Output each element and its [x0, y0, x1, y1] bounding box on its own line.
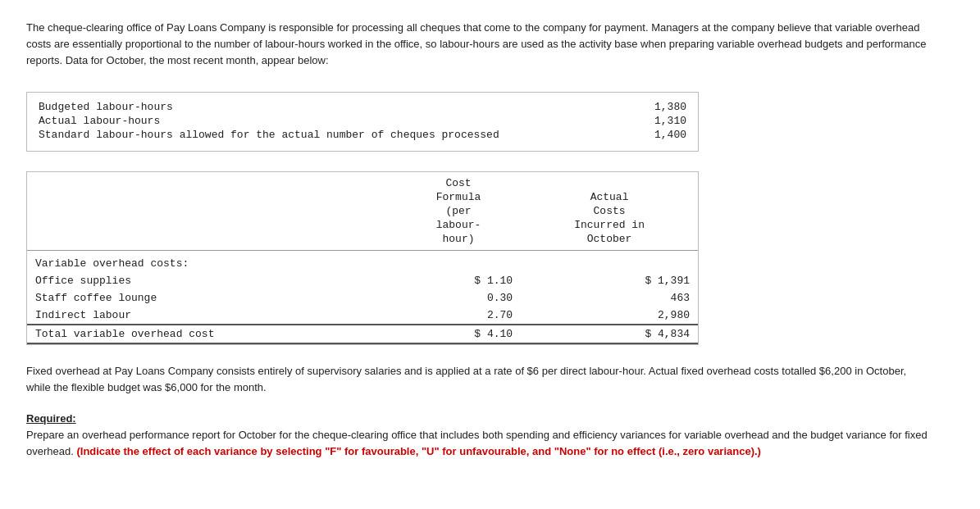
value-standard: 1,400 [621, 129, 686, 141]
label-coffee: Staff coffee lounge [27, 289, 396, 307]
required-block: Required: Prepare an overhead performanc… [26, 411, 928, 460]
table-row-indirect-labour: Indirect labour 2.70 2,980 [27, 307, 698, 325]
table-row-total: Total variable overhead cost $ 4.10 $ 4,… [27, 325, 698, 343]
label-budgeted: Budgeted labour-hours [39, 101, 621, 113]
table-header-row: Cost Formula (per labour- hour) Actual C… [27, 172, 698, 250]
required-section: Required: Prepare an overhead performanc… [26, 411, 928, 460]
value-budgeted: 1,380 [621, 101, 686, 113]
formula-indirect-labour: 2.70 [396, 307, 521, 325]
table-row-coffee: Staff coffee lounge 0.30 463 [27, 289, 698, 307]
col-header-actual: Actual Costs Incurred in October [521, 172, 698, 250]
bottom-paragraph: Fixed overhead at Pay Loans Company cons… [26, 363, 928, 396]
label-office-supplies: Office supplies [27, 272, 396, 289]
formula-office-supplies: $ 1.10 [396, 272, 521, 289]
actual-coffee: 463 [521, 289, 698, 307]
labour-row-budgeted: Budgeted labour-hours 1,380 [39, 101, 686, 113]
required-text2: (Indicate the effect of each variance by… [76, 445, 761, 457]
labour-row-standard: Standard labour-hours allowed for the ac… [39, 129, 686, 141]
intro-paragraph: The cheque-clearing office of Pay Loans … [26, 20, 928, 69]
value-actual: 1,310 [621, 115, 686, 127]
col-header-empty [27, 172, 396, 250]
table-row-office-supplies: Office supplies $ 1.10 $ 1,391 [27, 272, 698, 289]
actual-total: $ 4,834 [521, 325, 698, 343]
col-header-formula: Cost Formula (per labour- hour) [396, 172, 521, 250]
cost-table-wrapper: Cost Formula (per labour- hour) Actual C… [26, 171, 699, 344]
actual-office-supplies: $ 1,391 [521, 272, 698, 289]
formula-total: $ 4.10 [396, 325, 521, 343]
labour-row-actual: Actual labour-hours 1,310 [39, 115, 686, 127]
required-label: Required: [26, 412, 76, 425]
variable-overhead-label: Variable overhead costs: [27, 250, 396, 272]
table-section-header: Variable overhead costs: [27, 250, 698, 272]
label-indirect-labour: Indirect labour [27, 307, 396, 325]
label-actual: Actual labour-hours [39, 115, 621, 127]
label-total: Total variable overhead cost [27, 325, 396, 343]
actual-indirect-labour: 2,980 [521, 307, 698, 325]
labour-hours-block: Budgeted labour-hours 1,380 Actual labou… [26, 92, 699, 152]
label-standard: Standard labour-hours allowed for the ac… [39, 129, 621, 141]
cost-table: Cost Formula (per labour- hour) Actual C… [27, 172, 698, 343]
formula-coffee: 0.30 [396, 289, 521, 307]
